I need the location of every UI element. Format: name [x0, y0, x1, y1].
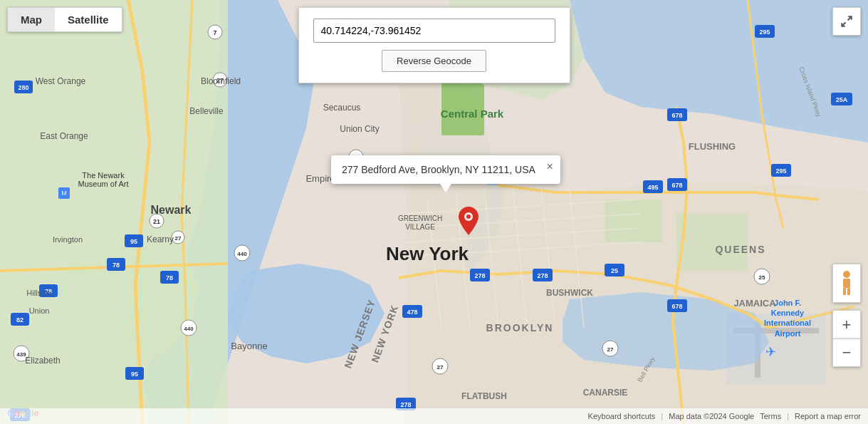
svg-text:27: 27 [607, 346, 614, 353]
svg-text:VILLAGE: VILLAGE [405, 223, 435, 231]
svg-text:Hillside: Hillside [26, 289, 51, 297]
svg-text:478: 478 [407, 309, 417, 316]
svg-text:Bayonne: Bayonne [231, 341, 267, 351]
zoom-out-button[interactable]: − [832, 338, 861, 367]
location-pin-icon [459, 207, 479, 235]
bottom-bar: Keyboard shortcuts | Map data ©2024 Goog… [0, 408, 868, 424]
svg-rect-122 [843, 288, 846, 295]
coordinates-input[interactable] [313, 19, 555, 43]
svg-text:25A: 25A [836, 96, 848, 103]
svg-text:Union: Union [29, 306, 50, 315]
svg-text:Central Park: Central Park [441, 108, 504, 120]
svg-text:Secaucus: Secaucus [323, 103, 361, 113]
svg-text:21: 21 [153, 218, 160, 225]
svg-text:Elizabeth: Elizabeth [25, 356, 60, 366]
svg-text:440: 440 [184, 326, 194, 332]
svg-text:BUSHWICK: BUSHWICK [546, 288, 593, 298]
svg-text:25: 25 [759, 274, 765, 281]
svg-text:East Orange: East Orange [40, 131, 88, 141]
svg-text:295: 295 [759, 29, 770, 36]
terms-link[interactable]: Terms [760, 412, 781, 420]
svg-text:295: 295 [775, 167, 786, 175]
svg-text:Kearny: Kearny [147, 234, 174, 244]
svg-rect-14 [605, 200, 662, 242]
keyboard-shortcuts-link[interactable]: Keyboard shortcuts [588, 412, 656, 420]
svg-text:The Newark: The Newark [82, 171, 125, 180]
report-link[interactable]: Report a map error [795, 412, 861, 420]
svg-text:Union City: Union City [340, 124, 379, 134]
svg-rect-15 [676, 214, 748, 271]
svg-text:✈: ✈ [765, 345, 776, 359]
svg-text:Museum of Art: Museum of Art [78, 180, 129, 188]
svg-text:M: M [61, 190, 67, 197]
svg-text:95: 95 [130, 238, 137, 245]
svg-rect-123 [847, 288, 850, 295]
svg-text:82: 82 [16, 316, 23, 324]
svg-rect-121 [843, 279, 850, 288]
info-window: 277 Bedford Ave, Brooklyn, NY 11211, USA… [331, 155, 560, 184]
svg-text:Belleville: Belleville [189, 106, 224, 116]
svg-text:78: 78 [166, 274, 173, 281]
coordinates-panel: Reverse Geocode [298, 7, 570, 83]
svg-text:278: 278 [474, 272, 485, 279]
jfk-label-text: John F.KennedyInternationalAirport [764, 298, 811, 338]
svg-text:678: 678 [671, 303, 682, 310]
svg-text:280: 280 [18, 84, 28, 91]
svg-text:West Orange: West Orange [36, 76, 86, 86]
svg-text:278: 278 [400, 401, 411, 408]
satellite-button[interactable]: Satellite [55, 8, 122, 31]
svg-text:278: 278 [537, 272, 548, 279]
svg-point-119 [466, 214, 471, 219]
svg-text:95: 95 [131, 371, 138, 378]
fullscreen-icon [840, 15, 853, 28]
pegman-icon [838, 269, 855, 298]
svg-text:678: 678 [671, 182, 682, 189]
svg-text:495: 495 [647, 184, 658, 191]
svg-text:25: 25 [611, 267, 618, 274]
svg-text:CANARSIE: CANARSIE [583, 388, 628, 398]
svg-text:78: 78 [113, 262, 120, 269]
svg-point-120 [843, 271, 850, 278]
svg-text:440: 440 [237, 251, 247, 257]
reverse-geocode-button[interactable]: Reverse Geocode [382, 50, 486, 72]
map-button[interactable]: Map [8, 8, 55, 31]
svg-text:BROOKLYN: BROOKLYN [486, 322, 554, 333]
street-view-pegman[interactable] [832, 264, 861, 303]
map-data-label: Map data ©2024 Google [669, 412, 754, 420]
svg-text:27: 27 [437, 364, 444, 371]
svg-text:Newark: Newark [151, 204, 192, 216]
svg-text:Bloomfield: Bloomfield [201, 76, 241, 86]
map-type-toggle: Map Satellite [7, 7, 122, 32]
svg-text:Irvington: Irvington [53, 235, 83, 244]
svg-text:7: 7 [213, 29, 216, 36]
map-container[interactable]: 280 9 95 21 78 27 82 440 440 439 278 278 [0, 0, 868, 424]
info-window-close-button[interactable]: × [547, 161, 553, 172]
jfk-airport-label: John F.KennedyInternationalAirport [764, 298, 811, 338]
info-window-address: 277 Bedford Ave, Brooklyn, NY 11211, USA [342, 164, 535, 175]
svg-text:GREENWICH: GREENWICH [398, 214, 442, 222]
zoom-controls: + − [832, 310, 861, 367]
map-pin[interactable] [459, 207, 479, 238]
svg-text:QUEENS: QUEENS [715, 244, 765, 255]
svg-text:678: 678 [671, 112, 682, 119]
fullscreen-button[interactable] [832, 7, 861, 36]
svg-text:27: 27 [175, 235, 182, 242]
zoom-in-button[interactable]: + [832, 310, 861, 338]
svg-text:FLATBUSH: FLATBUSH [461, 391, 507, 401]
svg-text:New York: New York [386, 243, 469, 264]
svg-text:FLUSHING: FLUSHING [689, 141, 736, 152]
